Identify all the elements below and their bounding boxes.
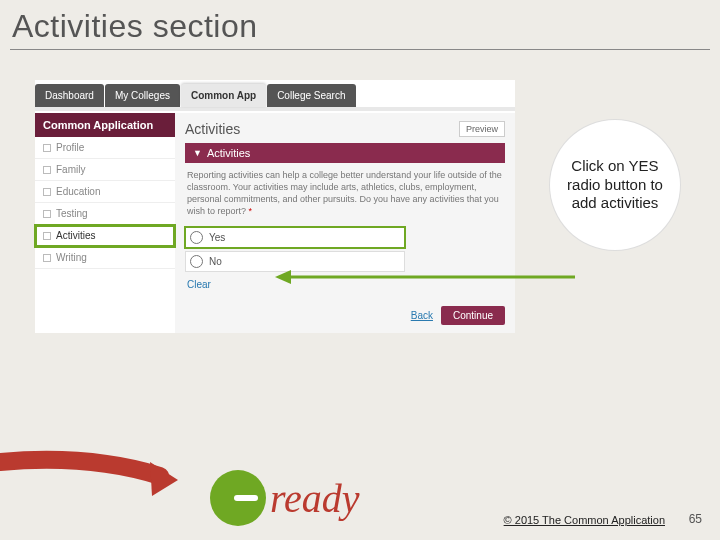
sidebar-item-family[interactable]: Family [35, 159, 175, 181]
preview-button[interactable]: Preview [459, 121, 505, 137]
sidebar-item-label: Profile [56, 142, 84, 153]
checkbox-icon [43, 166, 51, 174]
section-header-label: Activities [207, 147, 250, 159]
green-arrow-icon [275, 265, 575, 295]
sidebar-item-profile[interactable]: Profile [35, 137, 175, 159]
logo-text: ready [270, 475, 360, 522]
sidebar-item-label: Education [56, 186, 100, 197]
required-mark: * [249, 206, 253, 216]
checkbox-icon [43, 232, 51, 240]
logo-circle-icon [210, 470, 266, 526]
tab-bar: Dashboard My Colleges Common App College… [35, 80, 515, 107]
sidebar-header: Common Application [35, 113, 175, 137]
tab-underline [35, 107, 515, 111]
red-swoosh-arrow-icon [0, 450, 180, 510]
svg-marker-1 [275, 270, 291, 284]
sidebar-item-label: Family [56, 164, 85, 175]
tab-college-search[interactable]: College Search [267, 84, 355, 107]
radio-yes-input[interactable] [190, 231, 203, 244]
continue-button[interactable]: Continue [441, 306, 505, 325]
sidebar-item-testing[interactable]: Testing [35, 203, 175, 225]
callout-text: Click on YES radio button to add activit… [566, 157, 664, 213]
sidebar-item-activities[interactable]: Activities [35, 225, 175, 247]
sidebar-item-education[interactable]: Education [35, 181, 175, 203]
tab-my-colleges[interactable]: My Colleges [105, 84, 180, 107]
svg-marker-2 [150, 462, 178, 496]
slide-title: Activities section [0, 0, 720, 49]
sidebar-item-label: Writing [56, 252, 87, 263]
checkbox-icon [43, 144, 51, 152]
tab-dashboard[interactable]: Dashboard [35, 84, 104, 107]
checkbox-icon [43, 210, 51, 218]
sidebar-item-writing[interactable]: Writing [35, 247, 175, 269]
sidebar-item-label: Activities [56, 230, 95, 241]
sidebar: Common Application Profile Family Educat… [35, 113, 175, 333]
callout-bubble: Click on YES radio button to add activit… [550, 120, 680, 250]
section-header-bar[interactable]: ▼ Activities [185, 143, 505, 163]
sidebar-item-label: Testing [56, 208, 88, 219]
back-link[interactable]: Back [411, 310, 433, 321]
tab-common-app[interactable]: Common App [181, 84, 266, 107]
radio-yes[interactable]: Yes [185, 227, 405, 248]
page-heading: Activities [185, 121, 240, 137]
main-panel: Activities Preview ▼ Activities Reportin… [175, 113, 515, 333]
chevron-down-icon: ▼ [193, 148, 202, 158]
section-description: Reporting activities can help a college … [185, 163, 505, 224]
title-divider [10, 49, 710, 50]
radio-no-input[interactable] [190, 255, 203, 268]
checkbox-icon [43, 254, 51, 262]
checkbox-icon [43, 188, 51, 196]
radio-no-label: No [209, 256, 222, 267]
copyright-text: © 2015 The Common Application [504, 514, 665, 526]
page-number: 65 [689, 512, 702, 526]
radio-yes-label: Yes [209, 232, 225, 243]
ready-logo: ready [210, 470, 360, 526]
